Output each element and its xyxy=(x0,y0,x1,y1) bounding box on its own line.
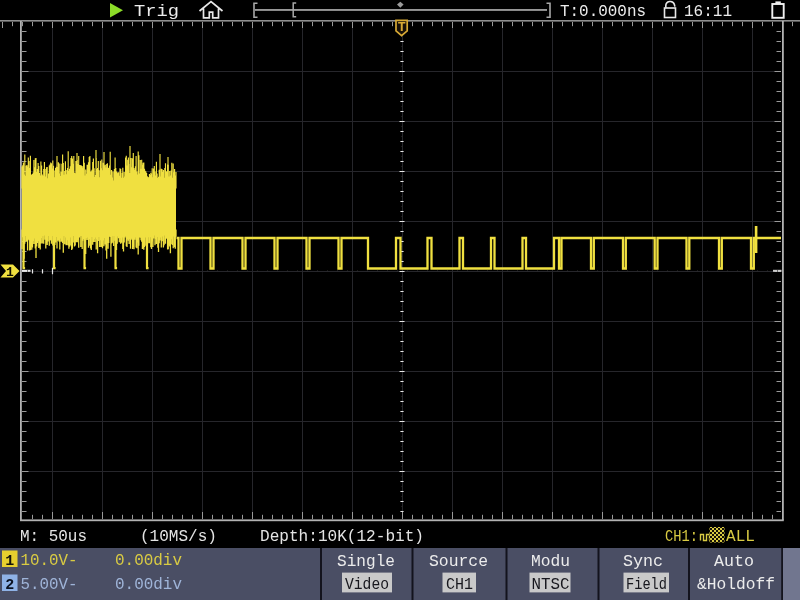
svg-text:10.0V-: 10.0V- xyxy=(21,551,78,570)
svg-text:16:11: 16:11 xyxy=(684,2,732,21)
svg-text:1: 1 xyxy=(6,265,14,280)
svg-text:Trig: Trig xyxy=(134,2,179,21)
svg-text:CH1:: CH1: xyxy=(665,527,698,546)
svg-text:5.00V-: 5.00V- xyxy=(21,575,78,594)
svg-text:Field: Field xyxy=(626,575,667,594)
svg-text:M: 50us: M: 50us xyxy=(20,527,87,546)
svg-text:1: 1 xyxy=(5,553,14,570)
svg-text:0.00div: 0.00div xyxy=(115,575,182,594)
svg-text:(10MS/s): (10MS/s) xyxy=(140,527,217,546)
svg-text:Source: Source xyxy=(429,552,488,571)
svg-text:CH1: CH1 xyxy=(446,575,473,594)
svg-text:Video: Video xyxy=(345,575,389,594)
svg-text:Auto: Auto xyxy=(714,552,754,571)
svg-text:Modu: Modu xyxy=(531,552,570,571)
svg-text:T: T xyxy=(398,21,406,35)
svg-text:Depth:10K(12-bit): Depth:10K(12-bit) xyxy=(260,527,424,546)
svg-text:0.00div: 0.00div xyxy=(115,551,182,570)
svg-text:2: 2 xyxy=(5,577,14,594)
svg-text:Single: Single xyxy=(337,552,395,571)
svg-text:NTSC: NTSC xyxy=(532,575,570,594)
svg-text:&Holdoff: &Holdoff xyxy=(697,575,775,594)
svg-text:T:0.000ns: T:0.000ns xyxy=(560,2,646,21)
svg-text:Sync: Sync xyxy=(623,552,663,571)
svg-text:ALL: ALL xyxy=(726,527,755,546)
